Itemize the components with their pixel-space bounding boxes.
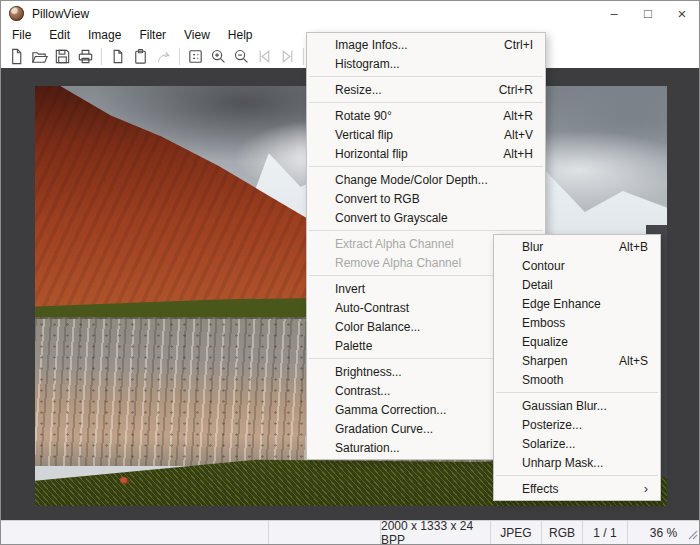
toolbar-separator [179, 48, 180, 65]
menu-edit[interactable]: Edit [40, 27, 79, 43]
status-file-format: JPEG [491, 521, 542, 544]
menu-item-solarize[interactable]: Solarize... [494, 434, 660, 453]
menu-item-effects[interactable]: Effects› [494, 479, 660, 498]
menu-item-sharpen[interactable]: SharpenAlt+S [494, 351, 660, 370]
submenu-arrow-icon: › [644, 481, 648, 496]
next-image-icon[interactable] [277, 46, 298, 67]
menu-item-resize[interactable]: Resize...Ctrl+R [307, 80, 545, 99]
window-controls: – □ × [597, 1, 699, 26]
menu-file[interactable]: File [3, 27, 40, 43]
print-icon[interactable] [75, 46, 96, 67]
status-color-mode: RGB [542, 521, 583, 544]
resize-grip[interactable] [687, 529, 698, 543]
fit-window-icon[interactable] [185, 46, 206, 67]
window-title: PillowView [32, 7, 89, 21]
filter-submenu: BlurAlt+B Contour Detail Edge Enhance Em… [493, 234, 661, 501]
menu-separator [496, 392, 658, 393]
menu-item-equalize[interactable]: Equalize [494, 332, 660, 351]
menu-item-blur[interactable]: BlurAlt+B [494, 237, 660, 256]
close-button[interactable]: × [665, 1, 699, 26]
status-bar: 2000 x 1333 x 24 BPP JPEG RGB 1 / 1 36 % [1, 520, 699, 544]
menu-item-vertical-flip[interactable]: Vertical flipAlt+V [307, 125, 545, 144]
new-file-icon[interactable] [6, 46, 27, 67]
status-image-dimensions: 2000 x 1333 x 24 BPP [381, 521, 491, 544]
menu-item-posterize[interactable]: Posterize... [494, 415, 660, 434]
menu-filter[interactable]: Filter [130, 27, 175, 43]
menu-item-emboss[interactable]: Emboss [494, 313, 660, 332]
status-zoom-level: 36 % [628, 521, 699, 544]
menu-item-unharp-mask[interactable]: Unharp Mask... [494, 453, 660, 472]
status-page-index: 1 / 1 [583, 521, 628, 544]
menu-item-change-mode[interactable]: Change Mode/Color Depth... [307, 170, 545, 189]
save-icon[interactable] [52, 46, 73, 67]
menu-view[interactable]: View [175, 27, 219, 43]
minimize-button[interactable]: – [597, 1, 631, 26]
menu-item-edge-enhance[interactable]: Edge Enhance [494, 294, 660, 313]
menu-image[interactable]: Image [79, 27, 130, 43]
toolbar-separator [303, 48, 304, 65]
zoom-in-icon[interactable] [208, 46, 229, 67]
menu-item-image-infos[interactable]: Image Infos...Ctrl+I [307, 35, 545, 54]
menu-item-convert-rgb[interactable]: Convert to RGB [307, 189, 545, 208]
status-cell-empty [269, 521, 381, 544]
pillowview-window: PillowView – □ × File Edit Image Filter … [0, 0, 700, 545]
menu-item-contour[interactable]: Contour [494, 256, 660, 275]
title-bar: PillowView – □ × [1, 1, 699, 26]
menu-help[interactable]: Help [219, 27, 262, 43]
menu-separator [309, 166, 543, 167]
menu-item-detail[interactable]: Detail [494, 275, 660, 294]
status-cell-empty [1, 521, 269, 544]
open-folder-icon[interactable] [29, 46, 50, 67]
photo-red-flowers [120, 477, 127, 483]
app-icon [9, 6, 24, 21]
menu-item-convert-grayscale[interactable]: Convert to Grayscale [307, 208, 545, 227]
menu-separator [309, 230, 543, 231]
menu-separator [309, 102, 543, 103]
toolbar-separator [101, 48, 102, 65]
menu-item-horizontal-flip[interactable]: Horizontal flipAlt+H [307, 144, 545, 163]
previous-image-icon[interactable] [254, 46, 275, 67]
menu-item-smooth[interactable]: Smooth [494, 370, 660, 389]
zoom-out-icon[interactable] [231, 46, 252, 67]
menu-item-rotate-90[interactable]: Rotate 90°Alt+R [307, 106, 545, 125]
maximize-button[interactable]: □ [631, 1, 665, 26]
menu-item-gaussian-blur[interactable]: Gaussian Blur... [494, 396, 660, 415]
paste-icon[interactable] [130, 46, 151, 67]
menu-item-histogram[interactable]: Histogram... [307, 54, 545, 73]
copy-icon[interactable] [107, 46, 128, 67]
undo-icon[interactable] [153, 46, 174, 67]
menu-separator [309, 76, 543, 77]
menu-separator [496, 475, 658, 476]
